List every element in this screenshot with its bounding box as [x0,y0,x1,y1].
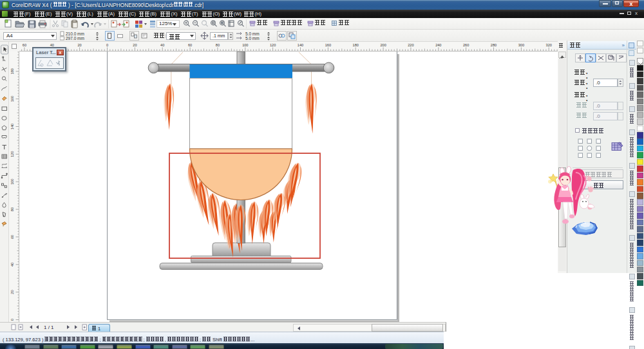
svg-text:20: 20 [77,43,81,47]
svg-text:320: 320 [546,43,552,47]
svg-text:300: 300 [518,43,524,47]
svg-text:240: 240 [435,43,441,47]
svg-text:160: 160 [325,43,331,47]
svg-text:200: 200 [380,43,386,47]
svg-text:80: 80 [10,207,14,211]
svg-text:180: 180 [353,43,359,47]
svg-text:80: 80 [216,43,220,47]
svg-text:180: 180 [10,68,14,74]
svg-text:260: 260 [463,43,469,47]
svg-text:100: 100 [242,43,248,47]
svg-text:140: 140 [10,124,14,129]
svg-text:20: 20 [133,43,137,47]
svg-text:160: 160 [10,96,14,102]
svg-text:280: 280 [491,43,497,47]
svg-text:220: 220 [408,43,413,47]
svg-text:140: 140 [298,43,303,47]
svg-text:120: 120 [10,151,14,157]
svg-text:60: 60 [10,235,14,239]
svg-text:0: 0 [10,319,14,321]
svg-text:0: 0 [106,43,108,47]
svg-text:20: 20 [10,290,14,294]
svg-text:120: 120 [270,43,276,47]
svg-text:40: 40 [10,263,14,267]
svg-text:40: 40 [160,43,164,47]
svg-text:100: 100 [10,179,14,185]
svg-text:60: 60 [23,43,26,47]
svg-text:60: 60 [188,43,192,47]
